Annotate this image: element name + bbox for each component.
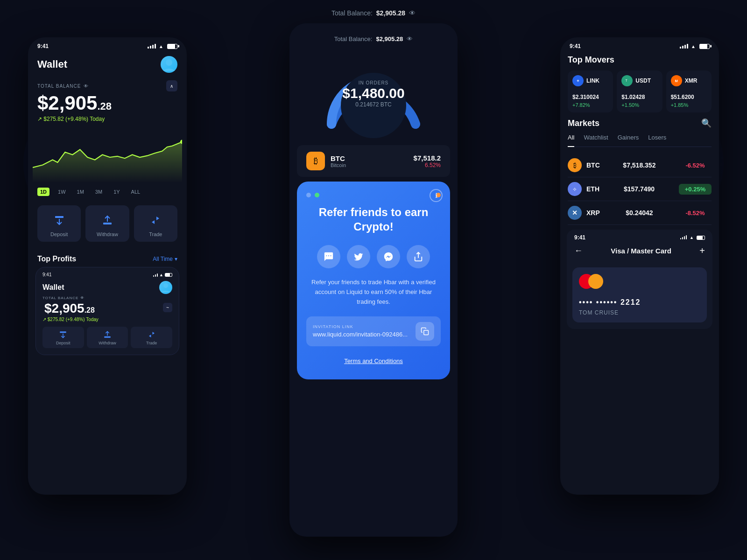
time-filters: 1D 1W 1M 3M 1Y ALL [28, 183, 187, 201]
mover-link[interactable]: LINK $2.310024 +7.82% [568, 70, 613, 112]
collapse-button[interactable]: ∧ [166, 80, 177, 91]
card-wifi-icon: ▲ [690, 235, 694, 240]
share-buttons [306, 245, 441, 268]
filter-all[interactable]: ALL [128, 188, 143, 196]
balance-eye-icon[interactable]: 👁 [84, 84, 89, 89]
tab-watchlist[interactable]: Watchlist [584, 134, 608, 143]
markets-tabs: All Watchlist Gainers Losers [568, 134, 712, 147]
markets-search-icon[interactable]: 🔍 [701, 118, 712, 128]
invitation-link: www.liquid.com/invitation-092486... [313, 331, 408, 338]
card-back-button[interactable]: ← [574, 246, 583, 256]
mover-link-price: $2.310024 [572, 94, 608, 100]
mover-usdt-name: USDT [635, 77, 651, 84]
referral-info-icon[interactable]: ℹ [430, 189, 443, 202]
svg-text:M: M [675, 79, 677, 83]
link-icon [572, 75, 584, 86]
eye-toggle-icon[interactable]: 👁 [409, 9, 416, 17]
filter-3m[interactable]: 3M [92, 188, 105, 196]
center-eye-icon[interactable]: 👁 [407, 35, 413, 42]
copy-link-button[interactable] [416, 322, 434, 341]
top-movers-section: Top Movers LINK $2.310024 +7.82% [560, 52, 719, 118]
btc-market-change: -6.52% [679, 160, 712, 171]
twitter-share-button[interactable] [347, 245, 370, 268]
card-signal [680, 236, 687, 239]
balance-cents: .28 [97, 100, 112, 112]
gauge-container: IN ORDERS $1,480.00 0.214672 BTC [289, 47, 458, 140]
top-profits-title: Top Profits [37, 255, 76, 263]
generic-share-button[interactable] [407, 245, 430, 268]
mini-wallet-title-text: Wallet [42, 283, 64, 292]
mini-status-bar: 9:41 ▲ [41, 272, 174, 277]
balance-main: $2,905 [37, 92, 97, 114]
market-row-btc[interactable]: ₿ BTC $7,518.352 -6.52% [568, 154, 712, 177]
mover-link-change: +7.82% [572, 102, 608, 108]
mini-collapse-btn[interactable]: ~ [163, 303, 172, 312]
deposit-label: Deposit [50, 231, 68, 237]
status-bar-left: 9:41 ▲ [28, 37, 187, 52]
terms-link[interactable]: Terms and Conditions [306, 354, 441, 368]
tab-all[interactable]: All [568, 134, 574, 147]
mini-wallet-header: Wallet [41, 281, 174, 294]
mini-action-buttons: Deposit Withdraw Trade [41, 325, 174, 350]
market-row-eth-left: ⟡ ETH [568, 182, 599, 196]
mini-deposit-button[interactable]: Deposit [42, 327, 84, 348]
market-row-xrp[interactable]: ✕ XRP $0.24042 -8.52% [568, 201, 712, 225]
center-header-bar: Total Balance: $2,905.28 👁 [331, 9, 416, 17]
withdraw-button[interactable]: Withdraw [85, 205, 129, 242]
svg-rect-7 [424, 330, 429, 335]
trade-button[interactable]: Trade [134, 205, 177, 242]
xrp-market-name: XRP [586, 209, 600, 217]
filter-1w[interactable]: 1W [55, 188, 69, 196]
all-time-filter[interactable]: All Time ▾ [153, 256, 177, 262]
mini-withdraw-button[interactable]: Withdraw [87, 327, 128, 348]
svg-rect-4 [60, 331, 67, 333]
tab-losers[interactable]: Losers [648, 134, 666, 143]
svg-rect-2 [103, 223, 112, 224]
card-status-icons: ▲ [680, 235, 705, 240]
filter-1m[interactable]: 1M [74, 188, 87, 196]
gauge-amount: $1,480.00 [342, 85, 404, 101]
mover-usdt[interactable]: T USDT $1.02428 +1.50% [617, 70, 662, 112]
wifi-icon-right: ▲ [691, 44, 696, 49]
status-icons-left: ▲ [148, 44, 177, 49]
wallet-header: Wallet [28, 52, 187, 80]
svg-rect-1 [55, 216, 63, 218]
referral-dots [306, 193, 441, 197]
user-avatar[interactable] [161, 56, 177, 73]
time-right: 9:41 [570, 43, 581, 49]
mover-usdt-header: T USDT [621, 75, 657, 86]
mover-xmr-change: +1.85% [671, 102, 707, 108]
filter-1d[interactable]: 1D [37, 188, 49, 196]
battery-icon [167, 44, 177, 49]
eth-market-change: +0.25% [679, 184, 712, 195]
chat-share-button[interactable] [317, 245, 340, 268]
svg-text:T: T [626, 79, 628, 82]
gauge-in-orders-label: IN ORDERS [342, 80, 404, 85]
deposit-button[interactable]: Deposit [37, 205, 81, 242]
filter-1y[interactable]: 1Y [111, 188, 122, 196]
mini-balance-amount: $2,905.28 [42, 301, 97, 316]
card-add-button[interactable]: + [699, 245, 705, 256]
mover-usdt-change: +1.50% [621, 102, 657, 108]
mover-xmr-price: $51.6200 [671, 94, 707, 100]
trade-icon [147, 212, 164, 229]
dot-2 [315, 193, 319, 197]
top-movers-title: Top Movers [568, 55, 712, 65]
markets-header: Markets 🔍 [568, 118, 712, 128]
chart-fill [33, 142, 182, 183]
mini-battery-icon [165, 273, 172, 277]
time-left: 9:41 [37, 43, 49, 49]
messenger-share-button[interactable] [377, 245, 400, 268]
credit-card: •••• •••••• 2212 TOM CRUISE [572, 267, 707, 322]
mover-xmr[interactable]: M XMR $51.6200 +1.85% [666, 70, 712, 112]
market-row-eth[interactable]: ⟡ ETH $157.7490 +0.25% [568, 177, 712, 201]
mover-usdt-price: $1.02428 [621, 94, 657, 100]
wallet-title: Wallet [37, 58, 67, 70]
mini-trade-button[interactable]: Trade [131, 327, 172, 348]
crypto-row-left: ₿ BTC Bitcoin [306, 152, 346, 170]
btc-market-price: $7,518.352 [620, 161, 658, 169]
tab-gainers[interactable]: Gainers [618, 134, 639, 143]
withdraw-icon [99, 212, 116, 229]
mini-signal [153, 273, 158, 277]
referral-description: Refer your friends to trade Hbar with a … [306, 278, 441, 307]
